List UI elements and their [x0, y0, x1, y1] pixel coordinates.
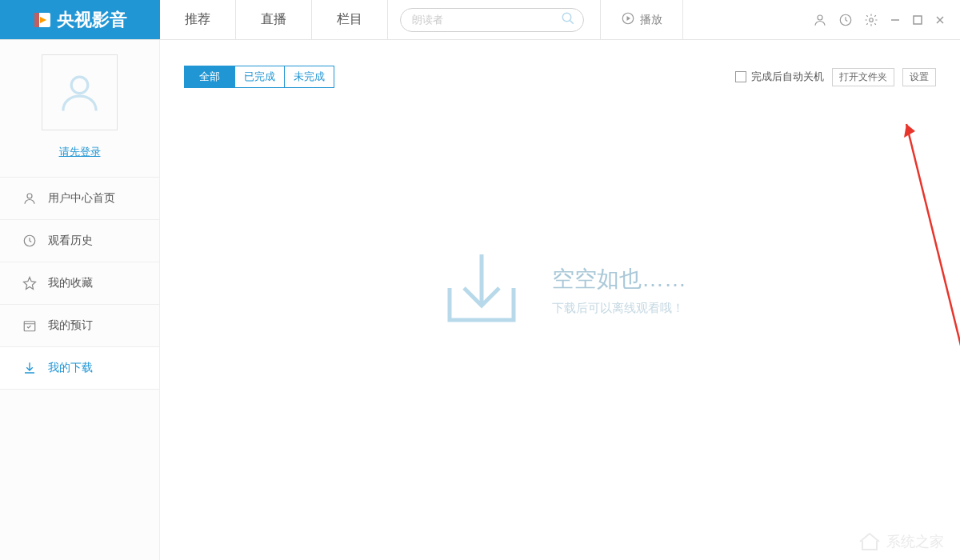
svg-point-9 — [71, 77, 88, 94]
user-icon — [22, 191, 37, 206]
sidebar-item-label: 观看历史 — [48, 234, 93, 248]
filter-all[interactable]: 全部 — [185, 66, 234, 87]
filter-incomplete[interactable]: 未完成 — [284, 66, 334, 87]
sidebar-item-downloads[interactable]: 我的下载 — [0, 347, 159, 390]
history-icon — [22, 234, 37, 248]
sidebar-item-label: 我的预订 — [48, 318, 93, 333]
settings-icon[interactable] — [864, 13, 878, 27]
maximize-button[interactable] — [912, 14, 923, 26]
user-icon[interactable] — [813, 13, 827, 27]
nav-tabs: 推荐 直播 栏目 — [160, 0, 388, 39]
search-icon[interactable] — [561, 11, 575, 29]
calendar-check-icon — [22, 318, 37, 333]
app-body: 请先登录 用户中心首页 观看历史 我的收藏 我的预订 我的下载 全部 已完成 — [0, 40, 960, 560]
minimize-button[interactable] — [890, 14, 901, 26]
download-toolbar: 全部 已完成 未完成 完成后自动关机 打开文件夹 设置 — [184, 66, 936, 88]
profile-section: 请先登录 — [0, 40, 159, 178]
login-link[interactable]: 请先登录 — [59, 145, 101, 159]
sidebar: 请先登录 用户中心首页 观看历史 我的收藏 我的预订 我的下载 — [0, 40, 160, 560]
download-large-icon — [434, 240, 530, 339]
auto-shutdown-checkbox[interactable]: 完成后自动关机 — [735, 70, 824, 84]
app-logo: 央视影音 — [0, 0, 160, 39]
app-header: 央视影音 推荐 直播 栏目 播放 — [0, 0, 960, 40]
play-button[interactable]: 播放 — [600, 0, 683, 39]
svg-rect-2 — [34, 13, 39, 27]
settings-button[interactable]: 设置 — [902, 68, 936, 86]
checkbox-box-icon — [735, 71, 746, 82]
sidebar-item-favorites[interactable]: 我的收藏 — [0, 262, 159, 305]
empty-title: 空空如也…… — [552, 264, 686, 294]
empty-subtitle: 下载后可以离线观看哦！ — [552, 301, 686, 316]
nav-tab-programs[interactable]: 栏目 — [312, 0, 388, 39]
sidebar-item-label: 用户中心首页 — [48, 191, 115, 206]
svg-point-5 — [818, 15, 822, 20]
main-content: 全部 已完成 未完成 完成后自动关机 打开文件夹 设置 空空如也…… 下载后可以… — [160, 40, 960, 560]
play-label: 播放 — [640, 13, 662, 27]
empty-text: 空空如也…… 下载后可以离线观看哦！ — [552, 264, 686, 316]
svg-rect-8 — [914, 16, 922, 24]
search-input[interactable] — [412, 14, 561, 26]
nav-tab-live[interactable]: 直播 — [236, 0, 312, 39]
empty-state: 空空如也…… 下载后可以离线观看哦！ — [434, 240, 686, 339]
star-icon — [22, 276, 37, 290]
sidebar-item-user-home[interactable]: 用户中心首页 — [0, 178, 159, 220]
message-icon[interactable] — [838, 13, 853, 27]
download-icon — [22, 361, 37, 375]
svg-point-7 — [870, 18, 874, 22]
logo-icon — [33, 10, 52, 30]
app-name: 央视影音 — [57, 8, 127, 32]
close-button[interactable] — [934, 14, 946, 26]
svg-point-3 — [562, 13, 571, 22]
open-folder-button[interactable]: 打开文件夹 — [832, 68, 894, 86]
checkbox-label: 完成后自动关机 — [751, 70, 824, 84]
nav-tab-recommend[interactable]: 推荐 — [160, 0, 236, 39]
filter-completed[interactable]: 已完成 — [234, 66, 284, 87]
search-box — [400, 8, 584, 32]
filter-group: 全部 已完成 未完成 — [184, 66, 334, 88]
sidebar-item-history[interactable]: 观看历史 — [0, 220, 159, 262]
svg-point-10 — [27, 194, 32, 198]
sidebar-item-label: 我的收藏 — [48, 276, 93, 290]
search-wrap — [400, 0, 584, 39]
sidebar-item-label: 我的下载 — [48, 361, 93, 375]
toolbar-right: 完成后自动关机 打开文件夹 设置 — [735, 68, 936, 86]
play-circle-icon — [621, 11, 635, 28]
sidebar-item-bookings[interactable]: 我的预订 — [0, 305, 159, 347]
avatar-placeholder[interactable] — [42, 54, 118, 130]
header-right — [813, 0, 960, 39]
annotation-arrow — [902, 120, 960, 376]
